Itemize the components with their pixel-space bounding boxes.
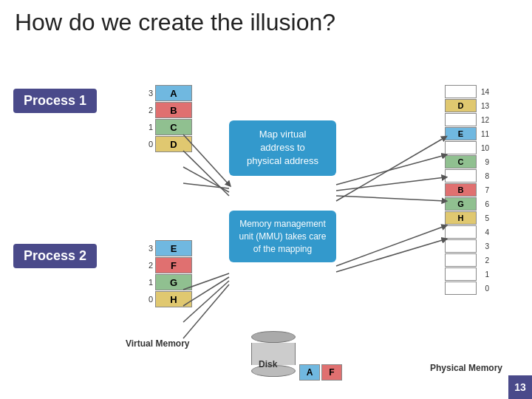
phys-num-4: 4 [478,228,489,236]
vm1-block: 3 A 2 B 1 C 0 D [144,85,192,153]
disk-label: Disk [259,359,277,369]
phys-cell-3 [445,239,477,253]
phys-cell-4 [445,225,477,239]
phys-row-12: 12 [445,113,489,126]
phys-cell-8 [445,169,477,183]
phys-num-10: 10 [478,144,489,152]
phys-cell-7: B [445,183,477,197]
phys-row-0: 0 [445,282,489,295]
disk-area: A F Disk [251,331,296,377]
phys-cell-1 [445,267,477,281]
svg-line-4 [336,155,445,185]
map-box: Map virtual address to physical address [229,120,336,176]
vm2-row-1: 1 G [144,274,192,290]
phys-num-11: 11 [478,130,489,138]
page-title: How do we create the illusion? [0,0,532,36]
svg-line-5 [336,177,445,191]
phys-cell-13: D [445,99,477,112]
slide-badge: 13 [508,375,532,399]
svg-line-7 [336,137,445,201]
vm2-cell-h: H [155,291,192,307]
vm2-cell-f: F [155,257,192,273]
vm2-row-2: 2 F [144,257,192,273]
phys-cell-9: C [445,155,477,168]
phys-num-0: 0 [478,284,489,293]
svg-line-1 [183,151,229,196]
vm1-cell-c: C [155,119,192,135]
vm2-cell-e: E [155,240,192,256]
phys-row-8: 8 [445,169,489,183]
phys-num-14: 14 [478,88,489,96]
phys-num-5: 5 [478,214,489,222]
phys-row-5: H 5 [445,211,489,225]
phys-num-13: 13 [478,102,489,110]
phys-num-6: 6 [478,200,489,208]
phys-row-1: 1 [445,267,489,281]
svg-line-6 [336,196,445,201]
vm1-cell-a: A [155,85,192,101]
vm1-num-3: 3 [144,89,153,98]
vm1-row-0: 0 D [144,136,192,152]
vm1-cell-d: D [155,136,192,152]
vm1-cell-b: B [155,102,192,118]
phys-cell-0 [445,282,477,295]
disk-cells: A F [299,364,342,381]
svg-line-13 [336,239,445,272]
phys-cell-6: G [445,197,477,211]
phys-num-2: 2 [478,256,489,265]
phys-row-3: 3 [445,239,489,253]
phys-row-4: 4 [445,225,489,239]
process1-label: Process 1 [13,89,97,113]
svg-line-12 [336,226,445,266]
vm1-row-2: 2 B [144,102,192,118]
phys-row-11: E 11 [445,127,489,140]
phys-cell-2 [445,253,477,267]
phys-row-10: 10 [445,141,489,154]
phys-num-9: 9 [478,158,489,166]
vm2-row-0: 0 H [144,291,192,307]
phys-row-2: 2 [445,253,489,267]
phys-cell-12 [445,113,477,126]
phys-cell-11: E [445,127,477,140]
svg-line-2 [183,167,229,192]
vm2-num-0: 0 [144,295,153,304]
disk-cell-a: A [299,364,320,381]
phys-num-1: 1 [478,270,489,279]
phys-row-7: B 7 [445,183,489,197]
vm2-num-1: 1 [144,278,153,287]
mmu-box: Memory management unit (MMU) takes care … [229,211,336,262]
main-content: Process 1 3 A 2 B 1 C 0 D Process 2 3 E … [0,41,532,399]
phys-row-13: D 13 [445,99,489,112]
phys-num-3: 3 [478,242,489,250]
phys-row-6: G 6 [445,197,489,211]
svg-line-3 [183,183,229,188]
disk-cell-f: F [321,364,342,381]
phys-num-8: 8 [478,172,489,180]
phys-cell-14 [445,85,477,98]
phys-num-7: 7 [478,186,489,194]
phys-cell-5: H [445,211,477,225]
disk-cylinder [251,331,296,377]
vm2-num-3: 3 [144,244,153,253]
vm2-cell-g: G [155,274,192,290]
vm2-num-2: 2 [144,261,153,270]
phys-row-14: 14 [445,85,489,98]
disk-top [251,331,296,343]
process2-label: Process 2 [13,244,97,268]
vm1-num-0: 0 [144,140,153,149]
phys-cell-10 [445,141,477,154]
vm-label: Virtual Memory [126,338,189,349]
vm2-block: 3 E 2 F 1 G 0 H [144,240,192,308]
vm1-num-2: 2 [144,106,153,115]
phys-row-9: C 9 [445,155,489,168]
vm1-num-1: 1 [144,123,153,132]
vm1-row-1: 1 C [144,119,192,135]
phys-num-12: 12 [478,116,489,124]
phys-mem-label: Physical Memory [430,363,502,373]
physical-memory: 14 D 13 12 E 11 10 C 9 8 B 7 [445,85,489,296]
vm1-row-3: 3 A [144,85,192,101]
vm2-row-3: 3 E [144,240,192,256]
